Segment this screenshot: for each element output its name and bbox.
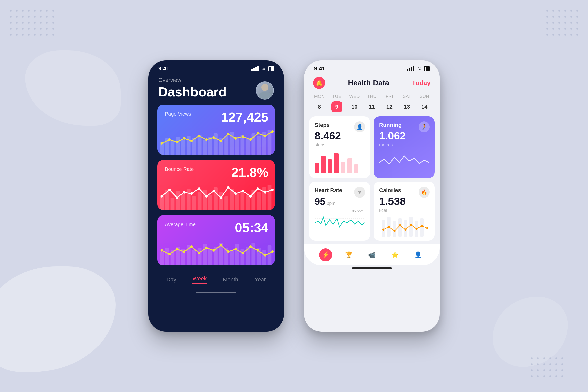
svg-point-69: [242, 190, 244, 192]
svg-rect-57: [268, 185, 272, 210]
cal-tue-name: TUE: [332, 94, 341, 99]
dot-grid-bottom-right: [531, 357, 563, 377]
cal-sun-num: 14: [419, 101, 430, 112]
svg-point-120: [382, 228, 384, 231]
svg-point-125: [410, 224, 412, 226]
svg-rect-14: [235, 137, 239, 155]
svg-rect-87: [230, 250, 234, 265]
svg-rect-40: [176, 191, 180, 210]
svg-point-26: [198, 135, 200, 137]
heart-rate-card[interactable]: Heart Rate ♥ 95 bpm 85 bpm: [309, 182, 370, 241]
svg-point-100: [198, 252, 200, 254]
calories-svg: [379, 214, 429, 237]
nav-person[interactable]: 👤: [412, 248, 425, 261]
svg-point-122: [394, 230, 396, 232]
svg-point-64: [205, 195, 208, 198]
status-time-light: 9:41: [314, 65, 325, 72]
cal-sat-num: 13: [401, 101, 412, 112]
bg-blob-3: [493, 297, 568, 367]
cal-tue[interactable]: TUE 9: [331, 94, 342, 112]
cal-sat[interactable]: SAT 13: [401, 94, 412, 112]
heart-rate-chart: 85 bpm: [315, 209, 365, 231]
bounce-rate-value: 21.8%: [231, 165, 268, 180]
svg-point-29: [220, 140, 222, 142]
svg-point-102: [212, 249, 215, 252]
running-card[interactable]: Running 🏃 1.062 metres: [374, 116, 435, 178]
cal-sun[interactable]: SUN 14: [419, 94, 430, 112]
running-icon: 🏃: [419, 121, 430, 132]
dark-bottom-nav: Day Week Month Year: [148, 269, 284, 290]
cal-thu-num: 11: [366, 101, 377, 112]
nav-month[interactable]: Month: [223, 276, 238, 283]
heart-rate-ref: 85 bpm: [352, 209, 364, 213]
svg-rect-3: [176, 137, 180, 155]
nav-bolt[interactable]: ⚡: [319, 248, 332, 261]
svg-rect-83: [208, 249, 212, 265]
svg-point-99: [190, 245, 193, 248]
bg-blob-2: [25, 50, 121, 126]
status-icons-dark: ≈ ▌: [251, 66, 274, 72]
steps-unit: steps: [315, 142, 365, 148]
dashboard-title: Dashboard: [158, 84, 227, 100]
today-button[interactable]: Today: [412, 79, 431, 87]
svg-point-70: [249, 195, 252, 198]
cal-tue-num: 9: [331, 101, 342, 112]
calories-icon: 🔥: [419, 187, 430, 198]
svg-rect-81: [198, 248, 202, 265]
svg-point-107: [249, 245, 252, 248]
svg-rect-8: [203, 140, 207, 155]
svg-rect-117: [409, 217, 413, 237]
svg-point-73: [271, 189, 274, 191]
svg-rect-9: [208, 137, 212, 155]
nav-trophy[interactable]: 🏆: [342, 248, 355, 261]
svg-rect-43: [192, 196, 196, 210]
svg-point-66: [220, 196, 222, 199]
svg-point-108: [257, 249, 259, 252]
cal-mon[interactable]: MON 8: [314, 94, 325, 112]
steps-card[interactable]: Steps 👤 8.462 steps: [309, 116, 370, 178]
status-bar-light: 9:41 ≈ ▌: [304, 60, 440, 74]
notification-icon[interactable]: 🔔: [313, 77, 325, 89]
overview-label: Overview: [158, 77, 227, 83]
cal-wed[interactable]: WED 10: [349, 94, 360, 112]
steps-icon: 👤: [354, 121, 365, 132]
nav-year[interactable]: Year: [255, 276, 266, 283]
nav-star[interactable]: ⭐: [388, 248, 402, 261]
page-views-chart: [157, 125, 275, 155]
calories-card[interactable]: Calories 🔥 1.538 kcal: [374, 182, 435, 241]
svg-rect-5: [187, 136, 191, 155]
svg-point-33: [249, 138, 252, 141]
svg-point-63: [198, 187, 200, 190]
average-time-card[interactable]: Average Time 05:34: [157, 215, 275, 265]
svg-rect-80: [192, 250, 196, 265]
steps-bar-3: [328, 159, 332, 173]
svg-rect-18: [257, 136, 261, 155]
svg-point-104: [227, 250, 230, 253]
svg-point-126: [415, 228, 417, 230]
status-bar-dark: 9:41 ≈ ▌: [148, 60, 284, 74]
svg-rect-16: [246, 138, 250, 155]
svg-rect-42: [187, 189, 191, 210]
steps-bar-4: [334, 153, 339, 173]
nav-video[interactable]: 📹: [365, 248, 378, 261]
svg-point-123: [399, 224, 401, 227]
light-bottom-nav: ⚡ 🏆 📹 ⭐ 👤: [304, 244, 440, 265]
svg-point-36: [271, 130, 274, 133]
nav-day[interactable]: Day: [166, 276, 176, 283]
cal-thu[interactable]: THU 11: [366, 94, 377, 112]
page-views-value: 127,425: [221, 110, 268, 125]
svg-point-60: [176, 196, 178, 199]
svg-rect-51: [235, 194, 239, 210]
cal-fri-num: 12: [384, 101, 395, 112]
page-views-card[interactable]: Page Views 127,425: [157, 105, 275, 155]
cal-mon-name: MON: [314, 94, 325, 99]
svg-point-68: [234, 192, 237, 195]
svg-point-101: [205, 247, 208, 249]
svg-point-97: [176, 248, 178, 250]
cal-thu-name: THU: [367, 94, 376, 99]
cal-fri[interactable]: FRI 12: [384, 94, 395, 112]
svg-point-21: [161, 142, 163, 145]
nav-week[interactable]: Week: [192, 275, 207, 284]
svg-point-109: [264, 254, 266, 257]
bounce-rate-card[interactable]: Bounce Rate 21.8%: [157, 160, 275, 210]
